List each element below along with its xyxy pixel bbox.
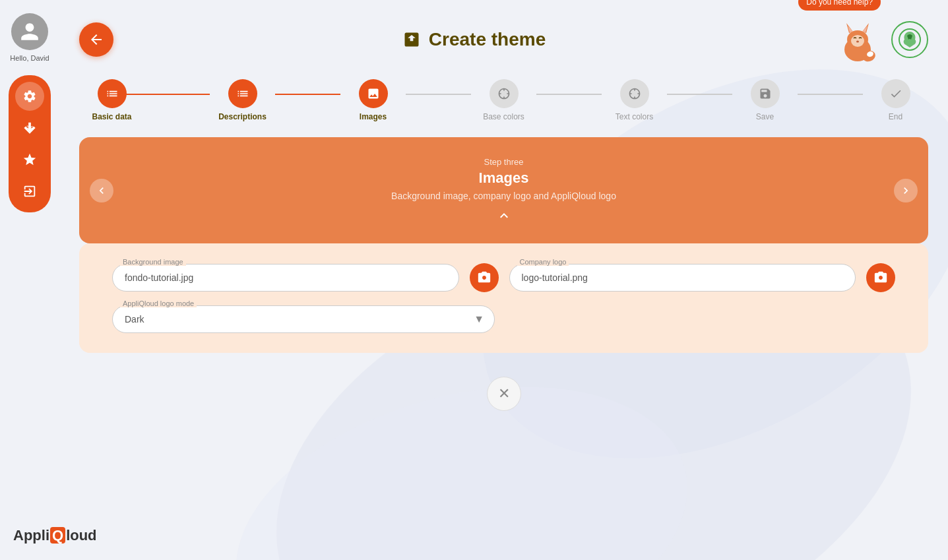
- background-image-input[interactable]: [112, 264, 459, 292]
- company-logo-camera-button[interactable]: [866, 263, 895, 292]
- bottom-logo: AppliQloud: [13, 527, 97, 544]
- fox-mascot: [835, 20, 881, 66]
- sidebar-item-logout[interactable]: [15, 177, 44, 206]
- background-image-label: Background image: [120, 258, 186, 266]
- step-circle-base-colors: [490, 79, 519, 108]
- step-end[interactable]: End: [863, 79, 928, 121]
- step-main-title: Images: [479, 170, 529, 187]
- logo-part2: loud: [66, 527, 96, 544]
- step-circle-end: [881, 79, 910, 108]
- main-content: Create theme Do you need help?: [59, 0, 948, 560]
- step-basic-data[interactable]: Basic data: [79, 79, 144, 121]
- step-label-descriptions: Descriptions: [218, 112, 267, 121]
- sidebar-item-favorites[interactable]: [15, 145, 44, 174]
- company-logo-label: Company logo: [517, 258, 569, 266]
- appliqloud-logo-label: AppliQloud logo mode: [120, 299, 197, 307]
- step-subtitle: Step three: [484, 157, 524, 167]
- step-description: Background image, company logo and Appli…: [391, 191, 616, 201]
- step-label-basic-data: Basic data: [92, 112, 131, 121]
- user-greeting: Hello, David: [10, 54, 49, 62]
- close-button[interactable]: ✕: [487, 377, 521, 411]
- images-form-row: Background image Company logo: [112, 263, 895, 292]
- sidebar-item-coupons[interactable]: ✂: [15, 113, 44, 142]
- sidebar: Hello, David ✂: [0, 0, 59, 560]
- svg-text:✂: ✂: [26, 123, 34, 133]
- collapse-button[interactable]: [496, 208, 512, 224]
- page-title: Create theme: [402, 29, 546, 50]
- step-text-colors[interactable]: Text colors: [602, 79, 667, 121]
- company-logo-input[interactable]: [509, 264, 856, 292]
- brand-logo: [891, 21, 928, 58]
- step-circle-basic-data: [98, 79, 127, 108]
- company-logo-group: Company logo: [509, 264, 856, 292]
- close-icon: ✕: [498, 385, 510, 402]
- step-images[interactable]: Images: [340, 79, 406, 121]
- background-image-camera-button[interactable]: [470, 263, 499, 292]
- back-button[interactable]: [79, 22, 113, 57]
- appliqloud-logo-group: AppliQloud logo mode Dark Light Auto ▼: [112, 305, 495, 333]
- step-header-card: Step three Images Background image, comp…: [79, 137, 928, 243]
- header: Create theme Do you need help?: [79, 13, 928, 66]
- step-circle-images: [359, 79, 388, 108]
- step-label-text-colors: Text colors: [616, 112, 653, 121]
- help-bubble: Do you need help?: [835, 13, 881, 66]
- step-base-colors[interactable]: Base colors: [471, 79, 536, 121]
- svg-point-11: [856, 41, 859, 43]
- step-label-save: Save: [756, 112, 774, 121]
- logo-q: Q: [50, 527, 65, 544]
- step-circle-text-colors: [620, 79, 649, 108]
- header-right: Do you need help?: [835, 13, 928, 66]
- prev-step-button[interactable]: [90, 179, 113, 202]
- background-image-group: Background image: [112, 264, 459, 292]
- step-circle-descriptions: [228, 79, 257, 108]
- logo-part1: Appli: [13, 527, 49, 544]
- step-content-card: Background image Company logo AppliQloud…: [79, 243, 928, 353]
- step-label-end: End: [889, 112, 902, 121]
- step-label-images: Images: [360, 112, 387, 121]
- appliqloud-logo-select[interactable]: Dark Light Auto: [112, 305, 495, 333]
- step-save[interactable]: Save: [732, 79, 798, 121]
- step-circle-save: [751, 79, 780, 108]
- help-text[interactable]: Do you need help?: [798, 0, 881, 11]
- step-label-base-colors: Base colors: [483, 112, 524, 121]
- next-step-button[interactable]: [894, 179, 918, 202]
- step-descriptions[interactable]: Descriptions: [210, 79, 275, 121]
- sidebar-item-settings[interactable]: [15, 82, 44, 111]
- avatar: [11, 13, 48, 50]
- steps-progress: Basic data Descriptions Images B: [79, 79, 928, 121]
- sidebar-nav: ✂: [9, 75, 51, 212]
